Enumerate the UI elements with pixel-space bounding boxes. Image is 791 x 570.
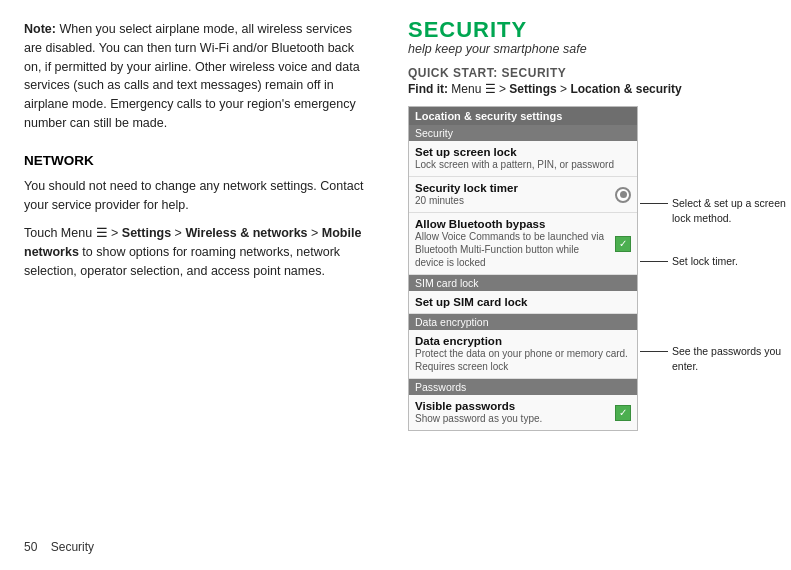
right-column: SECURITY help keep your smartphone safe … [390, 0, 791, 570]
network-title: NETWORK [24, 151, 366, 171]
item-sub: 20 minutes [415, 194, 631, 207]
callout-screen-lock: Select & set up a screen lock method. [640, 196, 791, 225]
callout-lock-timer: Set lock timer. [640, 254, 791, 269]
section-header-sim: SIM card lock [409, 275, 637, 291]
callout-line [640, 351, 668, 352]
menu-item-data-encryption[interactable]: Data encryption Protect the data on your… [409, 330, 637, 379]
left-column: Note: When you select airplane mode, all… [0, 0, 390, 570]
item-sub: Lock screen with a pattern, PIN, or pass… [415, 158, 631, 171]
security-subtitle: help keep your smartphone safe [408, 42, 773, 56]
item-sub: Protect the data on your phone or memory… [415, 347, 631, 373]
section-header-passwords: Passwords [409, 379, 637, 395]
radio-icon [615, 187, 631, 203]
callout-text: See the passwords you enter. [668, 344, 791, 373]
item-title: Security lock timer [415, 182, 631, 194]
item-title: Data encryption [415, 335, 631, 347]
callout-line [640, 261, 668, 262]
note-paragraph: Note: When you select airplane mode, all… [24, 20, 366, 133]
note-body: When you select airplane mode, all wirel… [24, 22, 360, 130]
menu-item-allow-bluetooth-bypass[interactable]: Allow Bluetooth bypass Allow Voice Comma… [409, 213, 637, 275]
item-sub: Allow Voice Commands to be launched via … [415, 230, 631, 269]
item-sub: Show password as you type. [415, 412, 631, 425]
network-para2: Touch Menu ☰ > Settings > Wireless & net… [24, 224, 366, 280]
section-header-security: Security [409, 125, 637, 141]
callout-text: Set lock timer. [668, 254, 738, 269]
settings-panel: Location & security settings Security Se… [408, 106, 638, 431]
quick-start-label: QUICK START: SECURITY [408, 66, 773, 80]
find-it-line: Find it: Menu ☰ > Settings > Location & … [408, 82, 773, 96]
callout-line [640, 203, 668, 204]
checkbox-visible-passwords[interactable]: ✓ [615, 405, 631, 421]
menu-item-visible-passwords[interactable]: Visible passwords Show password as you t… [409, 395, 637, 430]
callout-text: Select & set up a screen lock method. [668, 196, 791, 225]
page-title: SECURITY [408, 18, 773, 42]
item-title: Set up screen lock [415, 146, 631, 158]
callout-passwords: See the passwords you enter. [640, 344, 791, 373]
callout-area: Select & set up a screen lock method. Se… [640, 196, 791, 373]
section-header-data-encryption: Data encryption [409, 314, 637, 330]
item-title: Allow Bluetooth bypass [415, 218, 631, 230]
panel-header: Location & security settings [409, 107, 637, 125]
page-number: 50 Security [24, 538, 94, 556]
network-para1: You should not need to change any networ… [24, 177, 366, 215]
item-title: Visible passwords [415, 400, 631, 412]
note-label: Note: [24, 22, 56, 36]
menu-item-security-lock-timer[interactable]: Security lock timer 20 minutes [409, 177, 637, 213]
panel-area: Location & security settings Security Se… [408, 106, 773, 431]
checkbox-bluetooth[interactable]: ✓ [615, 236, 631, 252]
menu-item-sim-card-lock[interactable]: Set up SIM card lock [409, 291, 637, 314]
item-title: Set up SIM card lock [415, 296, 631, 308]
menu-item-set-up-screen-lock[interactable]: Set up screen lock Lock screen with a pa… [409, 141, 637, 177]
